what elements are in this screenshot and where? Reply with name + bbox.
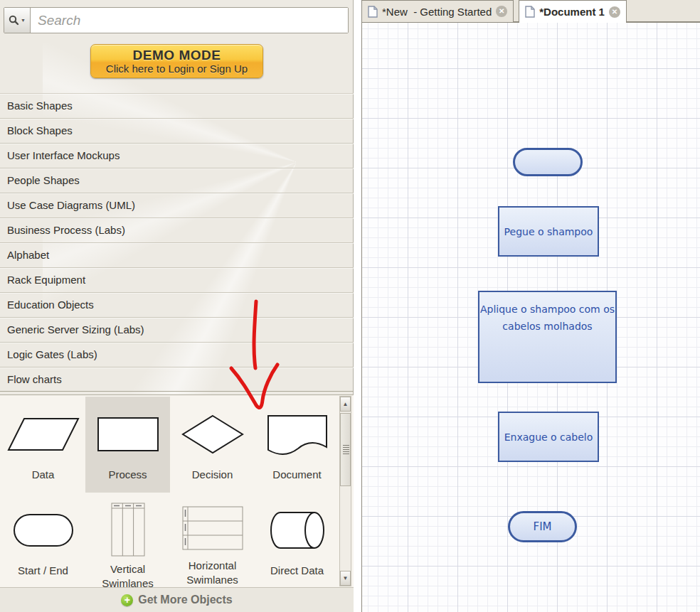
category-list: Basic Shapes Block Shapes User Interface… [0, 93, 354, 392]
category-user-interface-mockups[interactable]: User Interface Mockups [0, 143, 354, 168]
scrollbar-grip-icon [343, 445, 349, 455]
page-icon [525, 6, 535, 18]
category-people-shapes[interactable]: People Shapes [0, 168, 354, 193]
tab-new-getting-started[interactable]: *New - Getting Started ✕ [361, 0, 514, 22]
process-shape-icon [97, 407, 159, 462]
shape-process[interactable]: Process [85, 397, 170, 493]
scroll-down-icon: ▼ [343, 575, 349, 581]
scroll-down-button[interactable]: ▼ [340, 571, 351, 586]
demo-mode-title: DEMO MODE [133, 48, 221, 63]
category-education-objects[interactable]: Education Objects [0, 292, 354, 317]
flow-node-enxague-o-cabelo[interactable]: Enxague o cabelo [498, 412, 599, 462]
green-plus-icon[interactable]: + [121, 594, 133, 606]
horizontal-swimlanes-shape-icon [182, 503, 243, 553]
flow-charts-shape-panel: Data Process Decision [0, 394, 354, 587]
shape-direct-data-label: Direct Data [258, 564, 336, 578]
flow-node-start[interactable] [513, 148, 583, 176]
vertical-swimlanes-shape-icon [111, 503, 145, 557]
category-logic-gates[interactable]: Logic Gates (Labs) [0, 342, 354, 367]
get-more-objects-bar: + Get More Objects [0, 587, 354, 612]
shape-start-end-label: Start / End [4, 564, 83, 578]
shape-direct-data[interactable]: Direct Data [255, 493, 339, 587]
search-box: ▼ [4, 7, 349, 33]
shape-start-end[interactable]: Start / End [1, 493, 85, 587]
tab-close-icon[interactable]: ✕ [609, 6, 620, 18]
shape-horizontal-swimlanes-label: Horizontal Swimlanes [174, 559, 252, 587]
search-icon [9, 15, 19, 26]
shape-document[interactable]: Document [255, 397, 339, 493]
document-shape-icon [265, 407, 329, 462]
tab-close-icon[interactable]: ✕ [496, 6, 507, 17]
shape-decision-label: Decision [174, 468, 252, 482]
shape-vertical-swimlanes[interactable]: Vertical Swimlanes [85, 493, 170, 587]
flow-node-pegue-o-shampoo[interactable]: Pegue o shampoo [498, 206, 599, 257]
data-shape-icon [7, 407, 80, 462]
diagram-canvas[interactable]: Pegue o shampoo Aplique o shampoo com os… [361, 22, 700, 612]
page-icon [368, 6, 378, 18]
category-rack-equipment[interactable]: Rack Equipment [0, 267, 354, 292]
shape-grid: Data Process Decision [1, 397, 339, 587]
get-more-objects-link[interactable]: Get More Objects [138, 594, 232, 606]
shape-horizontal-swimlanes[interactable]: Horizontal Swimlanes [170, 493, 255, 587]
shape-document-label: Document [258, 468, 336, 482]
category-flow-charts[interactable]: Flow charts [0, 367, 354, 392]
scroll-up-button[interactable]: ▲ [340, 397, 351, 412]
direct-data-shape-icon [267, 503, 327, 558]
tab-label: *New - Getting Started [382, 6, 492, 18]
shape-decision[interactable]: Decision [170, 397, 255, 493]
shape-panel-scrollbar[interactable]: ▲ ▼ [339, 396, 351, 586]
document-workspace: *New - Getting Started ✕ *Document 1 ✕ P… [354, 0, 700, 612]
search-dropdown-icon: ▼ [21, 18, 26, 23]
shape-vertical-swimlanes-label: Vertical Swimlanes [89, 562, 167, 587]
demo-mode-button[interactable]: DEMO MODE Click here to Login or Sign Up [90, 44, 263, 78]
shape-data[interactable]: Data [1, 397, 85, 493]
category-business-process[interactable]: Business Process (Labs) [0, 218, 354, 242]
category-generic-server-sizing[interactable]: Generic Server Sizing (Labs) [0, 317, 354, 342]
shape-data-label: Data [4, 468, 83, 482]
scroll-up-icon: ▲ [343, 401, 349, 407]
shape-library-sidebar: ▼ DEMO MODE Click here to Login or Sign … [0, 0, 354, 612]
tab-document-1[interactable]: *Document 1 ✕ [519, 0, 627, 23]
flow-node-aplique-o-shampoo[interactable]: Aplique o shampoo com os cabelos molhado… [478, 291, 617, 383]
demo-mode-subtitle: Click here to Login or Sign Up [106, 63, 248, 75]
category-basic-shapes[interactable]: Basic Shapes [0, 93, 354, 118]
scrollbar-thumb[interactable] [340, 413, 351, 486]
start-end-shape-icon [13, 503, 74, 558]
category-alphabet[interactable]: Alphabet [0, 242, 354, 267]
shape-process-label: Process [89, 468, 167, 482]
decision-shape-icon [181, 407, 244, 462]
tab-label: *Document 1 [539, 6, 605, 18]
search-input[interactable] [31, 8, 348, 33]
category-block-shapes[interactable]: Block Shapes [0, 118, 354, 143]
category-use-case-diagrams[interactable]: Use Case Diagrams (UML) [0, 193, 354, 218]
flow-node-fim[interactable]: FIM [508, 511, 577, 542]
search-options-button[interactable]: ▼ [4, 8, 31, 33]
document-tab-bar: *New - Getting Started ✕ *Document 1 ✕ [361, 0, 700, 22]
